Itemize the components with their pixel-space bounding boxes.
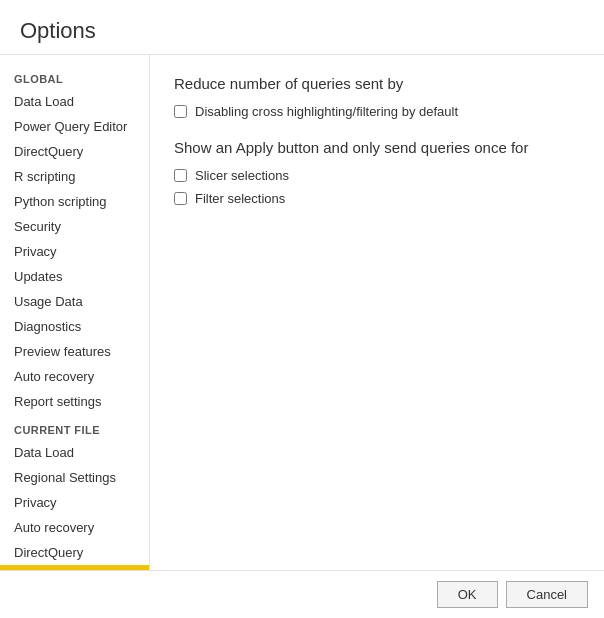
main-content: Reduce number of queries sent by Disabli… <box>150 55 604 570</box>
global-section-label: GLOBAL <box>0 63 149 89</box>
content-area: GLOBAL Data LoadPower Query EditorDirect… <box>0 55 604 570</box>
nav-item-data-load[interactable]: Data Load <box>0 89 149 114</box>
checkbox3-row: Filter selections <box>174 191 580 206</box>
cancel-button[interactable]: Cancel <box>506 581 588 608</box>
nav-item-preview-features[interactable]: Preview features <box>0 339 149 364</box>
checkbox-cross-highlight[interactable] <box>174 105 187 118</box>
nav-item-cf-direct-query[interactable]: DirectQuery <box>0 540 149 565</box>
nav-item-cf-auto-recovery[interactable]: Auto recovery <box>0 515 149 540</box>
nav-item-updates[interactable]: Updates <box>0 264 149 289</box>
nav-item-diagnostics[interactable]: Diagnostics <box>0 314 149 339</box>
section2-title: Show an Apply button and only send queri… <box>174 139 580 156</box>
nav-item-usage-data[interactable]: Usage Data <box>0 289 149 314</box>
nav-item-cf-privacy[interactable]: Privacy <box>0 490 149 515</box>
options-dialog: Options GLOBAL Data LoadPower Query Edit… <box>0 0 604 618</box>
checkbox-filter[interactable] <box>174 192 187 205</box>
nav-item-cf-regional-settings[interactable]: Regional Settings <box>0 465 149 490</box>
nav-item-report-settings[interactable]: Report settings <box>0 389 149 414</box>
nav-item-r-scripting[interactable]: R scripting <box>0 164 149 189</box>
footer: OK Cancel <box>0 570 604 618</box>
checkbox2-label: Slicer selections <box>195 168 289 183</box>
sidebar: GLOBAL Data LoadPower Query EditorDirect… <box>0 55 150 570</box>
current-file-nav: Data LoadRegional SettingsPrivacyAuto re… <box>0 440 149 570</box>
checkbox3-label: Filter selections <box>195 191 285 206</box>
checkbox1-label: Disabling cross highlighting/filtering b… <box>195 104 458 119</box>
checkbox2-row: Slicer selections <box>174 168 580 183</box>
nav-item-cf-data-load[interactable]: Data Load <box>0 440 149 465</box>
checkbox-slicer[interactable] <box>174 169 187 182</box>
nav-item-auto-recovery[interactable]: Auto recovery <box>0 364 149 389</box>
checkbox1-row: Disabling cross highlighting/filtering b… <box>174 104 580 119</box>
nav-item-security[interactable]: Security <box>0 214 149 239</box>
nav-item-privacy[interactable]: Privacy <box>0 239 149 264</box>
section1-title: Reduce number of queries sent by <box>174 75 580 92</box>
global-nav: Data LoadPower Query EditorDirectQueryR … <box>0 89 149 414</box>
nav-item-direct-query[interactable]: DirectQuery <box>0 139 149 164</box>
ok-button[interactable]: OK <box>437 581 498 608</box>
nav-item-power-query-editor[interactable]: Power Query Editor <box>0 114 149 139</box>
dialog-title: Options <box>0 0 604 55</box>
nav-item-python-scripting[interactable]: Python scripting <box>0 189 149 214</box>
current-file-section-label: CURRENT FILE <box>0 414 149 440</box>
